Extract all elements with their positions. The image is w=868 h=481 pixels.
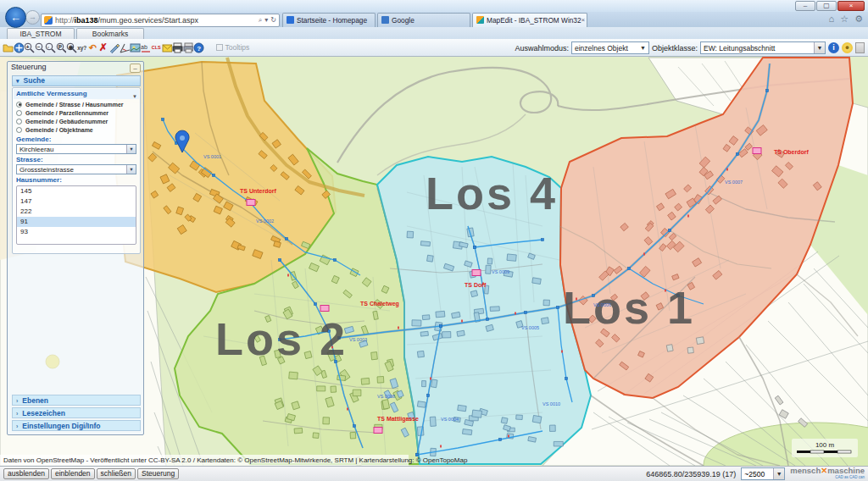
favorites-bar: IBA_STROMBookmarks (0, 27, 868, 39)
trafo-station-marker[interactable] (320, 306, 329, 312)
print-icon[interactable] (172, 41, 183, 54)
strasse-select[interactable]: Grosssteinstrasse▼ (16, 164, 136, 174)
network-node-label: VS 0003 (349, 337, 367, 342)
ausblenden-button[interactable]: ausblenden (3, 468, 49, 479)
dropdown-caret-icon[interactable]: ▾ (264, 16, 268, 24)
browser-tab[interactable]: MapEdit - IBA_STROM Win32× (472, 13, 587, 28)
radio-icon[interactable] (16, 119, 22, 124)
address-bar[interactable]: http://iba138/mum.geo.services/Start.asp… (41, 14, 280, 27)
hausnummer-item[interactable]: 222 (17, 207, 136, 217)
strasse-label: Strasse: (13, 154, 140, 164)
trafo-station-marker[interactable] (374, 428, 382, 434)
favorites-tab-bookmarks[interactable]: Bookmarks (76, 28, 144, 39)
svg-text:P: P (58, 43, 62, 49)
zoom-extent-icon[interactable]: ▫ (45, 41, 56, 54)
page-icon[interactable] (855, 42, 865, 53)
open-folder-icon[interactable] (3, 41, 14, 54)
trafo-station-marker[interactable] (753, 148, 761, 154)
hausnummer-item[interactable]: 93 (17, 227, 136, 237)
info-icon[interactable]: i (828, 42, 839, 53)
search-icon[interactable]: ⌕ (259, 16, 262, 25)
vermessung-dropdown[interactable]: Amtliche Vermessung▼ (14, 89, 139, 99)
hausnummer-item[interactable]: 91 (17, 217, 136, 227)
radio-option[interactable]: Gemeinde / Strasse / Hausnummer (13, 100, 140, 108)
hausnummer-list[interactable]: 1451472229193 (16, 185, 136, 245)
einblenden-button[interactable]: einblenden (51, 468, 95, 479)
minimize-button[interactable]: – (795, 1, 815, 11)
gemeinde-select[interactable]: Kirchleerau▼ (16, 144, 136, 154)
tab-close-icon[interactable]: × (581, 16, 586, 24)
zone-label-los1: Los 1 (563, 282, 695, 333)
panel-section-lesezeichen[interactable]: ›Lesezeichen (12, 407, 141, 418)
zoom-out-icon[interactable]: − (35, 41, 46, 54)
help-icon[interactable]: ? (193, 41, 204, 54)
maximize-button[interactable]: ▢ (816, 1, 837, 11)
trafo-station-marker[interactable] (247, 200, 255, 206)
radio-icon[interactable] (16, 110, 22, 116)
coordinate-query-icon[interactable]: xy? (77, 41, 88, 54)
favorites-tab-iba_strom[interactable]: IBA_STROM (7, 28, 75, 39)
steuerung-button[interactable]: Steuerung (137, 468, 179, 479)
objektklasse-select[interactable]: EW: Leitungsabschnitt▼ (700, 41, 826, 54)
radio-option[interactable]: Gemeinde / Parzellennummer (13, 108, 140, 117)
mail-icon[interactable] (162, 41, 173, 54)
radio-icon[interactable] (16, 102, 22, 108)
favorites-star-icon[interactable]: ☆ (840, 14, 849, 25)
browser-tab[interactable]: Google (377, 13, 470, 28)
scale-bar: 100 m (792, 439, 858, 457)
screenshot-icon[interactable] (130, 41, 141, 54)
zoom-scale-select[interactable]: ~2500▼ (741, 467, 785, 480)
zone-label-los4: Los 4 (426, 168, 558, 218)
panel-section-ebenen[interactable]: ›Ebenen (12, 395, 141, 406)
settings-gear-icon[interactable]: ⚙ (854, 14, 863, 25)
digitize-icon[interactable] (108, 41, 120, 54)
annotate-icon[interactable]: ab (141, 41, 152, 54)
hausnummer-item[interactable]: 145 (17, 186, 136, 196)
radio-icon[interactable] (16, 127, 22, 133)
browser-tab[interactable]: Startseite - Homepage (282, 13, 376, 28)
plot-icon[interactable] (183, 41, 194, 54)
panel-section-einstellungen[interactable]: ›Einstellungen Digi/Info (12, 420, 141, 431)
delete-icon[interactable]: ✗ (98, 41, 109, 54)
radio-option[interactable]: Gemeinde / Gebäudenummer (13, 117, 140, 125)
auswahlmodus-label: Auswahlmodus: (515, 44, 569, 53)
clear-selection-icon[interactable]: CLS (151, 41, 162, 54)
forward-button[interactable]: → (25, 10, 40, 25)
zoom-selected-icon[interactable]: P (56, 41, 67, 54)
tab-label: Startseite - Homepage (297, 16, 367, 25)
tooltips-checkbox[interactable]: Tooltips (216, 43, 250, 52)
svg-text:−: − (36, 43, 40, 49)
radio-option[interactable]: Gemeinde / Objektname (13, 125, 140, 134)
home-icon[interactable]: ⌂ (829, 14, 835, 25)
network-node-label: VS 0002 (256, 218, 274, 224)
refresh-icon[interactable]: ↻ (270, 16, 276, 24)
undo-icon[interactable]: ↶ (87, 41, 98, 54)
auswahlmodus-select[interactable]: einzelnes Objekt▼ (571, 41, 649, 54)
trafo-station-label: TS Mattligasse (377, 416, 419, 423)
url-text[interactable]: http://iba138/mum.geo.services/Start.asp… (55, 16, 256, 25)
zoom-scale-icon[interactable]: ◉ (66, 41, 77, 54)
radio-label: Gemeinde / Objektname (25, 127, 93, 133)
search-form: Amtliche Vermessung▼ Gemeinde / Strasse … (12, 87, 141, 254)
measure-icon[interactable] (120, 41, 131, 54)
hausnummer-item[interactable]: 147 (17, 196, 136, 207)
coordinates-display: 646865.80/235939.19 (17) (646, 470, 736, 478)
suche-section-header[interactable]: ▾Suche (12, 75, 141, 86)
objektklasse-label: Objektklasse: (652, 44, 698, 53)
section-label: Ebenen (22, 396, 48, 405)
svg-text:ab: ab (141, 44, 147, 50)
zoom-in-icon[interactable]: + (24, 41, 35, 54)
pan-icon[interactable] (14, 41, 25, 54)
close-button[interactable]: × (837, 1, 865, 11)
map-attribution: Daten von OpenStreetMap - Veröffentlicht… (0, 455, 409, 466)
back-button[interactable]: ← (5, 7, 26, 28)
schlie-en-button[interactable]: schließen (97, 468, 136, 479)
panel-minimize-button[interactable]: – (130, 64, 141, 73)
checkbox-icon[interactable] (216, 44, 223, 51)
network-node-label: VS 0001 (203, 154, 221, 159)
network-node-label: VS 0008 (377, 394, 395, 399)
lightbulb-icon[interactable]: ● (842, 42, 853, 53)
network-node-label: VS 0006 (593, 302, 611, 307)
trafo-station-marker[interactable] (472, 270, 481, 276)
title-bar: – ▢ × (0, 0, 868, 12)
